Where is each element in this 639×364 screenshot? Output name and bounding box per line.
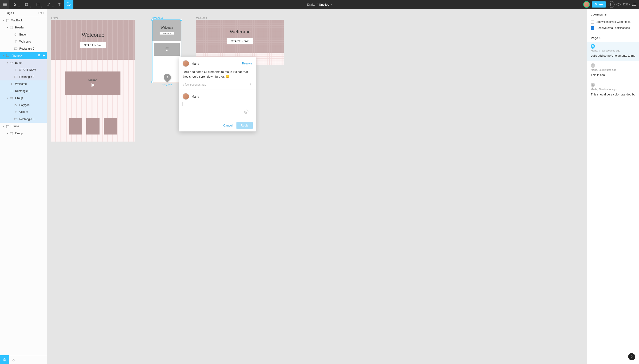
resolve-button[interactable]: Resolve <box>242 62 252 65</box>
layer-row[interactable]: ▾Header <box>0 24 47 31</box>
svg-point-1 <box>618 4 619 5</box>
layer-row[interactable]: START NOW <box>0 66 47 73</box>
welcome-text: Welcome <box>161 26 173 30</box>
svg-point-8 <box>244 110 248 114</box>
layer-label: Rectangle 3 <box>19 75 34 78</box>
library-button[interactable] <box>632 3 636 6</box>
canvas-frame-selected[interactable]: Welcome START NOW VIDEO <box>153 20 181 82</box>
help-button[interactable]: ? <box>628 353 635 360</box>
comment-list-item[interactable]: 2Maria, 26 minutes agoThis is cool. <box>587 61 639 80</box>
comment-pin-number: 3 <box>167 76 168 79</box>
move-tool[interactable] <box>10 0 21 9</box>
text-icon <box>10 82 14 85</box>
shape-tool[interactable] <box>32 0 43 9</box>
comment-meta: Maria, 39 minutes ago <box>591 88 635 91</box>
svg-rect-3 <box>38 56 40 57</box>
text-tool[interactable] <box>55 0 64 9</box>
frame-icon <box>5 125 10 128</box>
cancel-button[interactable]: Cancel <box>222 122 233 129</box>
layers-tab[interactable] <box>0 355 9 364</box>
layer-toggle[interactable]: ▾ <box>2 19 5 22</box>
eye-icon[interactable] <box>42 54 45 57</box>
layer-row[interactable]: ▾iPhone X <box>0 52 47 59</box>
hamburger-menu[interactable] <box>0 0 10 9</box>
layer-row[interactable]: Button <box>0 31 47 38</box>
chevron-down-icon: ▾ <box>629 4 630 6</box>
layer-toggle[interactable]: ▾ <box>6 97 10 99</box>
layer-row[interactable]: VIDEO <box>0 109 47 116</box>
layer-row[interactable]: ▸Group <box>0 130 47 137</box>
user-avatar[interactable] <box>583 1 590 8</box>
comment-meta: Maria, a few seconds ago <box>591 49 635 52</box>
polygon-icon <box>14 104 18 106</box>
zoom-control[interactable]: 32% ▾ <box>622 3 630 6</box>
reply-input[interactable] <box>183 102 252 116</box>
reply-author-name: Maria <box>192 95 199 98</box>
comment-preview: Let's add some UI elements to make it <box>591 54 635 58</box>
svg-rect-6 <box>10 90 13 92</box>
canvas[interactable]: Frame Welcome START NOW VIDEO <box>47 9 587 364</box>
layer-label: Welcome <box>15 82 27 86</box>
layer-row[interactable]: Rectangle 2 <box>0 88 47 94</box>
diamond-icon <box>14 33 18 36</box>
emoji-button[interactable] <box>244 110 248 114</box>
layer-toggle[interactable]: ▾ <box>6 26 10 29</box>
pen-tool[interactable] <box>43 0 55 9</box>
layer-row[interactable]: Polygon <box>0 102 47 109</box>
canvas-frame[interactable]: Welcome START NOW VIDEO <box>51 20 135 142</box>
svg-point-10 <box>247 111 247 112</box>
comments-list: Page 1 3Maria, a few seconds agoLet's ad… <box>587 34 639 100</box>
reply-avatar <box>183 93 189 100</box>
layer-row[interactable]: Welcome <box>0 38 47 45</box>
chevron-down-icon: ▾ <box>331 3 332 6</box>
checkbox-checked[interactable] <box>591 26 594 30</box>
components-tab[interactable] <box>9 355 18 364</box>
comment-list-item[interactable]: 1Maria, 39 minutes agoThis should be a c… <box>587 80 639 100</box>
frame-tool[interactable] <box>21 0 32 9</box>
rect-icon <box>14 118 18 120</box>
email-notifications-option[interactable]: Receive email notifications <box>587 25 639 31</box>
text-icon <box>14 40 18 43</box>
breadcrumb[interactable]: Drafts / Untitled ▾ <box>307 3 332 6</box>
checkbox-unchecked[interactable] <box>591 20 594 24</box>
show-resolved-option[interactable]: Show Resolved Comments <box>587 19 639 25</box>
layer-row[interactable]: ▾MacBook <box>0 17 47 24</box>
comment-menu-button[interactable]: ⋮ <box>249 83 252 86</box>
frame-label[interactable]: iPhone X <box>153 16 163 19</box>
layer-row[interactable]: ▾Button <box>0 59 47 66</box>
toolbar-right: Share 32% ▾ <box>583 0 639 9</box>
comment-pin-icon: 3 <box>590 43 596 49</box>
breadcrumb-root: Drafts <box>307 3 315 6</box>
layer-row[interactable]: Rectangle 2 <box>0 45 47 52</box>
frame-label[interactable]: Frame <box>51 16 59 19</box>
layer-toggle[interactable]: ▸ <box>6 132 10 134</box>
frame-label[interactable]: MacBook <box>196 16 207 19</box>
layer-row[interactable]: ▸Frame <box>0 123 47 130</box>
start-now-button: START NOW <box>160 32 174 35</box>
layer-label: Polygon <box>19 104 30 107</box>
comment-tool[interactable] <box>64 0 74 9</box>
svg-rect-2 <box>14 48 17 50</box>
layer-label: Button <box>19 33 28 36</box>
layer-row[interactable]: Rectangle 3 <box>0 116 47 123</box>
comment-list-item[interactable]: 3Maria, a few seconds agoLet's add some … <box>587 42 639 61</box>
layer-toggle[interactable]: ▾ <box>2 54 5 57</box>
layer-toggle[interactable]: ▸ <box>2 125 5 128</box>
layer-row[interactable]: Rectangle 3 <box>0 73 47 80</box>
layer-row[interactable]: ▾Group <box>0 94 47 102</box>
layer-label: Welcome <box>19 40 31 43</box>
layer-toggle[interactable]: ▾ <box>6 62 10 64</box>
view-settings-button[interactable] <box>616 3 621 6</box>
toolbar-left <box>0 0 74 9</box>
unlock-icon[interactable] <box>38 54 40 57</box>
layer-row[interactable]: Welcome <box>0 80 47 88</box>
comment-pin-icon: 2 <box>590 62 596 68</box>
play-icon <box>166 49 168 52</box>
share-button[interactable]: Share <box>592 2 606 8</box>
layer-label: Button <box>15 61 23 64</box>
start-now-button: START NOW <box>227 38 253 44</box>
welcome-text: Welcome <box>229 28 251 35</box>
reply-button[interactable]: Reply <box>236 122 253 129</box>
present-button[interactable] <box>608 1 614 8</box>
page-selector[interactable]: ▸ Page 1 1 of 1 <box>0 9 47 17</box>
